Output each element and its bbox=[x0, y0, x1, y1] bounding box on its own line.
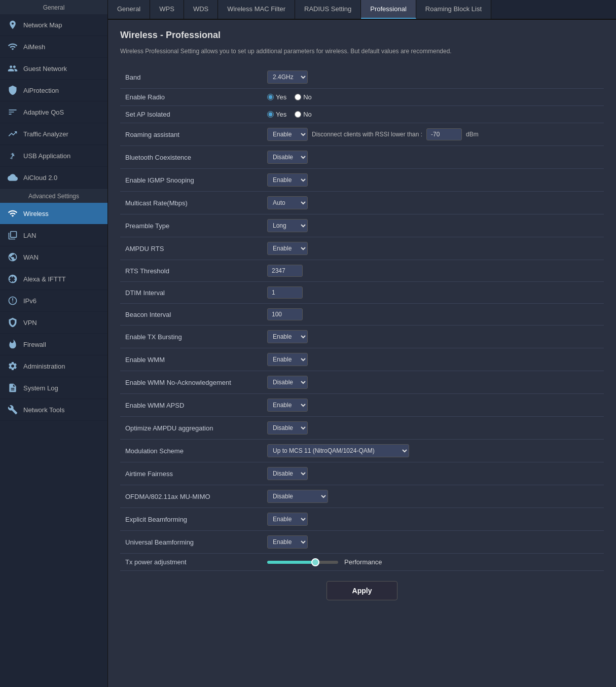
airtime-fairness-select[interactable]: Disable Enable bbox=[267, 467, 308, 480]
tab-wireless-mac-filter[interactable]: Wireless MAC Filter bbox=[218, 0, 295, 19]
tab-professional[interactable]: Professional bbox=[361, 0, 416, 19]
sidebar-label-adaptive-qos: Adaptive QoS bbox=[23, 109, 64, 116]
explicit-beamforming-select[interactable]: Enable Disable bbox=[267, 513, 308, 526]
sidebar-item-firewall[interactable]: Firewall bbox=[0, 334, 107, 355]
dtim-interval-row: DTIM Interval bbox=[120, 282, 604, 304]
dtim-interval-input[interactable] bbox=[267, 286, 303, 299]
optimize-ampdu-row: Optimize AMPDU aggregation Disable Enabl… bbox=[120, 417, 604, 440]
ofdma-select[interactable]: Disable Enable bbox=[267, 490, 328, 503]
sidebar-item-adaptive-qos[interactable]: Adaptive QoS bbox=[0, 101, 107, 123]
ofdma-row: OFDMA/802.11ax MU-MIMO Disable Enable bbox=[120, 485, 604, 508]
tx-power-label: Tx power adjustment bbox=[120, 554, 262, 571]
bluetooth-select[interactable]: Disable Enable Preempt bbox=[267, 151, 308, 164]
ap-isolated-no-label[interactable]: No bbox=[295, 111, 312, 118]
traffic-analyzer-icon bbox=[7, 128, 18, 139]
sidebar-label-vpn: VPN bbox=[23, 319, 37, 327]
sidebar-label-aiprotection: AiProtection bbox=[23, 87, 59, 94]
universal-beamforming-select[interactable]: Enable Disable bbox=[267, 535, 308, 549]
apply-button-row: Apply bbox=[120, 571, 604, 616]
beacon-interval-label: Beacon Interval bbox=[120, 304, 262, 326]
tab-general[interactable]: General bbox=[108, 0, 150, 19]
firewall-icon bbox=[7, 339, 18, 350]
tab-radius-setting[interactable]: RADIUS Setting bbox=[295, 0, 361, 19]
tab-wds[interactable]: WDS bbox=[184, 0, 218, 19]
wmm-nack-select[interactable]: Disable Enable bbox=[267, 376, 308, 389]
optimize-ampdu-select[interactable]: Disable Enable bbox=[267, 421, 308, 435]
enable-radio-yes-label[interactable]: Yes bbox=[267, 93, 286, 101]
multicast-rate-select[interactable]: Auto 1 2 5.5 bbox=[267, 196, 308, 209]
roaming-assistant-label: Roaming assistant bbox=[120, 123, 262, 146]
tx-power-row: Tx power adjustment Performance bbox=[120, 554, 604, 571]
sidebar-item-traffic-analyzer[interactable]: Traffic Analyzer bbox=[0, 123, 107, 145]
wmm-select[interactable]: Enable Disable bbox=[267, 353, 308, 366]
sidebar-label-traffic-analyzer: Traffic Analyzer bbox=[23, 130, 68, 138]
tx-bursting-label: Enable TX Bursting bbox=[120, 326, 262, 348]
igmp-select[interactable]: Enable Disable bbox=[267, 173, 308, 187]
tab-wps[interactable]: WPS bbox=[150, 0, 184, 19]
sidebar-item-ipv6[interactable]: IPv6 bbox=[0, 290, 107, 312]
sidebar-item-vpn[interactable]: VPN bbox=[0, 312, 107, 334]
enable-radio-yes[interactable] bbox=[267, 94, 274, 100]
optimize-ampdu-label: Optimize AMPDU aggregation bbox=[120, 417, 262, 440]
band-row: Band 2.4GHz 5GHz bbox=[120, 66, 604, 89]
rts-threshold-row: RTS Threshold bbox=[120, 260, 604, 282]
sidebar-label-alexa: Alexa & IFTTT bbox=[23, 275, 66, 283]
sidebar-item-lan[interactable]: LAN bbox=[0, 225, 107, 246]
ampdu-rts-select[interactable]: Enable Disable bbox=[267, 242, 308, 255]
enable-radio-no-label[interactable]: No bbox=[295, 93, 312, 101]
sidebar-item-administration[interactable]: Administration bbox=[0, 355, 107, 377]
wan-icon bbox=[7, 251, 18, 263]
wmm-apsd-row: Enable WMM APSD Enable Disable bbox=[120, 394, 604, 417]
airtime-fairness-row: Airtime Fairness Disable Enable bbox=[120, 462, 604, 485]
sidebar-item-network-tools[interactable]: Network Tools bbox=[0, 399, 107, 421]
sidebar-label-aimesh: AiMesh bbox=[23, 43, 45, 51]
wmm-apsd-select[interactable]: Enable Disable bbox=[267, 399, 308, 412]
vpn-icon bbox=[7, 317, 18, 328]
sidebar-item-aiprotection[interactable]: AiProtection bbox=[0, 80, 107, 101]
tx-power-slider-label: Performance bbox=[344, 558, 382, 566]
sidebar-item-aimesh[interactable]: AiMesh bbox=[0, 36, 107, 58]
enable-radio-row: Enable Radio Yes No bbox=[120, 89, 604, 106]
sidebar-label-lan: LAN bbox=[23, 232, 36, 239]
sidebar-advanced-section: Advanced Settings bbox=[0, 189, 107, 203]
enable-radio-no[interactable] bbox=[295, 94, 301, 100]
wireless-icon bbox=[7, 208, 18, 219]
ap-isolated-yes-label[interactable]: Yes bbox=[267, 111, 286, 118]
sidebar-item-wan[interactable]: WAN bbox=[0, 246, 107, 268]
roaming-assistant-select[interactable]: Enable Disable bbox=[267, 128, 308, 141]
sidebar-item-wireless[interactable]: Wireless bbox=[0, 203, 107, 225]
band-select[interactable]: 2.4GHz 5GHz bbox=[267, 70, 308, 84]
roaming-assistant-row: Roaming assistant Enable Disable Disconn… bbox=[120, 123, 604, 146]
ap-isolated-yes[interactable] bbox=[267, 111, 274, 118]
roaming-rssi-input[interactable] bbox=[426, 128, 462, 140]
alexa-icon bbox=[7, 273, 18, 284]
main-content: General WPS WDS Wireless MAC Filter RADI… bbox=[108, 0, 616, 687]
tab-roaming-block-list[interactable]: Roaming Block List bbox=[416, 0, 491, 19]
sidebar-item-usb-application[interactable]: USB Application bbox=[0, 145, 107, 167]
ap-isolated-no[interactable] bbox=[295, 111, 301, 118]
beacon-interval-input[interactable] bbox=[267, 308, 303, 320]
page-title: Wireless - Professional bbox=[120, 30, 604, 41]
sidebar-item-network-map[interactable]: Network Map bbox=[0, 14, 107, 36]
explicit-beamforming-row: Explicit Beamforming Enable Disable bbox=[120, 508, 604, 531]
rts-threshold-label: RTS Threshold bbox=[120, 260, 262, 282]
tab-bar: General WPS WDS Wireless MAC Filter RADI… bbox=[108, 0, 616, 20]
tx-bursting-select[interactable]: Enable Disable bbox=[267, 330, 308, 343]
apply-button[interactable]: Apply bbox=[327, 581, 398, 600]
sidebar-label-firewall: Firewall bbox=[23, 341, 46, 348]
ap-isolated-group: Yes No bbox=[267, 111, 599, 118]
sidebar-label-usb-application: USB Application bbox=[23, 152, 70, 160]
sidebar-item-aicloud[interactable]: AiCloud 2.0 bbox=[0, 167, 107, 189]
lan-icon bbox=[7, 230, 18, 241]
preamble-type-select[interactable]: Long Short bbox=[267, 219, 308, 232]
rts-threshold-input[interactable] bbox=[267, 265, 303, 277]
modulation-scheme-select[interactable]: Up to MCS 11 (NitroQAM/1024-QAM) Up to M… bbox=[267, 444, 409, 457]
sidebar-item-guest-network[interactable]: Guest Network bbox=[0, 58, 107, 80]
sidebar-item-system-log[interactable]: System Log bbox=[0, 377, 107, 399]
band-label: Band bbox=[120, 66, 262, 89]
sidebar-item-alexa[interactable]: Alexa & IFTTT bbox=[0, 268, 107, 290]
wmm-label: Enable WMM bbox=[120, 348, 262, 371]
explicit-beamforming-label: Explicit Beamforming bbox=[120, 508, 262, 531]
bluetooth-row: Bluetooth Coexistence Disable Enable Pre… bbox=[120, 146, 604, 169]
tx-power-slider[interactable] bbox=[267, 561, 338, 564]
